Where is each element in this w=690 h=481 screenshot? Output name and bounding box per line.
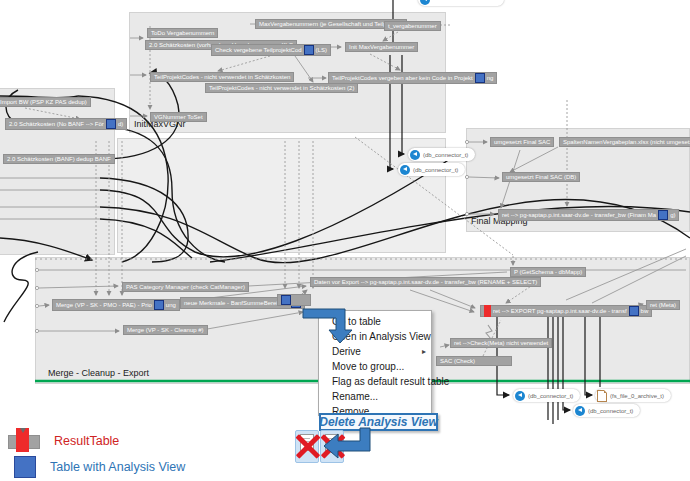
node-teilprojektcodes-2[interactable]: TeilProjektCodes - nicht verwendet in Sc… <box>205 83 358 93</box>
pill-db-connector-4[interactable]: (db_connector_t) <box>573 404 640 417</box>
pill-db-connector-2[interactable]: (db_connector_t) <box>398 163 465 176</box>
pill-db-connector-3[interactable]: (db_connector_t) <box>513 389 580 402</box>
analysis-view-icon[interactable] <box>154 300 164 310</box>
db-connector-icon <box>575 406 585 416</box>
node-teilprojektcodes-1[interactable]: TeilProjektCodes - nicht verwendet in Sc… <box>150 72 294 82</box>
node-selected-table[interactable] <box>277 294 311 306</box>
node-init-maxvergabenummer[interactable]: Init MaxVergabenummer <box>345 42 418 52</box>
node-daten-vor-export[interactable]: Daten vor Export --> pg-saptap.p.int.saa… <box>310 277 541 287</box>
db-connector-icon <box>400 165 410 175</box>
node-merge-vp-sk-pmo-pae[interactable]: Merge (VP - SK - PMO - PAE) - Prioung <box>52 299 180 311</box>
node-ret-transfer-bw[interactable]: ret --> pg-saptap.p.int.saar-dv.de - tra… <box>498 209 679 221</box>
node-ret-check-meta[interactable]: ret -->Check(Meta) nicht verwendet <box>450 338 552 348</box>
analysis-view-icon[interactable] <box>475 73 485 83</box>
legend-result-table: ResultTable <box>8 428 119 454</box>
node-schaetzkosten-no-banf[interactable]: 2.0 Schätzkosten (No BANF --> Förd) <box>5 118 127 130</box>
analysis-view-icon[interactable] <box>304 45 314 55</box>
node-ret-meta[interactable]: ret (Meta) <box>646 300 680 310</box>
diagram-canvas: InitMaxVGNr Final Mapping Merge - Cleanu… <box>0 0 690 481</box>
analysis-view-icon[interactable] <box>281 295 291 305</box>
crossed-out-chart-icon <box>320 430 344 463</box>
analysis-view-icon[interactable] <box>629 306 639 316</box>
node-check-teilprojektcodes[interactable]: Check vergebene TeilprojektCod(LS) <box>211 44 331 56</box>
menu-item-rename[interactable]: Rename... <box>319 389 431 404</box>
node-vgnummer-toset[interactable]: VGNummer ToSet <box>150 112 207 122</box>
node-spaltennamen-vergabeplan[interactable]: SpaltenNamenVergabeplan.xlsx (nicht umge… <box>559 137 690 147</box>
db-connector-icon <box>420 0 430 5</box>
menu-item-move-to-group[interactable]: Move to group... <box>319 359 431 374</box>
node-import-bw[interactable]: Import BW (PSP KZ PAS dedup) <box>0 97 91 107</box>
node-merge-vp-sk-cleanup[interactable]: Merge (VP - SK - Cleanup #) <box>123 325 208 335</box>
node-teilprojektcodes-vergeben[interactable]: TeilProjektCodes vergeben aber kein Code… <box>328 72 497 84</box>
delete-analysis-view-label: Delete Analysis View <box>319 413 438 431</box>
pill-fs-file-archive[interactable]: (fs_file_0_archive_t) <box>595 389 671 402</box>
node-sac-check[interactable]: SAC (Check) <box>436 356 512 366</box>
legend-analysis-view: Table with Analysis View <box>14 456 185 478</box>
node-umgesetzt-final-sac-db[interactable]: umgesetzt Final SAC (DB) <box>502 172 580 182</box>
result-table-icon <box>484 305 491 317</box>
result-table-legend-icon <box>8 428 40 454</box>
submenu-arrow-icon: ▸ <box>422 344 426 359</box>
node-t-vergabenummer[interactable]: t_vergabenummer <box>384 21 441 31</box>
analysis-view-icon[interactable] <box>658 210 668 220</box>
menu-item-go-to-table[interactable]: Go to table <box>319 314 431 329</box>
menu-item-flag-default-result-table[interactable]: Flag as default result table <box>319 374 431 389</box>
crossed-out-filter-icon <box>295 430 319 463</box>
menu-item-open-in-analysis-view[interactable]: Open in Analysis View <box>319 329 431 344</box>
legend-analysis-view-label: Table with Analysis View <box>50 460 185 474</box>
node-pas-category-manager[interactable]: PAS Category Manager (check CatManager) <box>122 282 249 292</box>
db-connector-icon <box>410 150 420 160</box>
context-menu: Go to table Open in Analysis View Derive… <box>318 310 432 416</box>
node-schaetzkosten-banf[interactable]: 2.0 Schätzkosten (BANF) dedup BANF <box>3 154 115 164</box>
node-todo-vergabenummern[interactable]: ToDo Vergabenummern <box>147 28 218 38</box>
file-icon <box>597 390 607 402</box>
group-label-merge-cleanup: Merge - Cleanup - Export <box>48 368 149 378</box>
node-umgesetzt-final-sac[interactable]: umgesetzt Final SAC <box>490 137 554 147</box>
node-ret-export-result-table[interactable]: ret --> EXPORT pg-saptap.p.int.saar-dv.d… <box>480 305 652 317</box>
node-getschema-dbmapp[interactable]: P (GetSchema - dbMapp) <box>510 267 586 277</box>
analysis-view-icon[interactable] <box>106 119 116 129</box>
analysis-view-legend-icon <box>14 456 36 478</box>
pill-db-connector-1[interactable]: (db_connector_t) <box>408 148 475 161</box>
menu-item-derive[interactable]: Derive▸ <box>319 344 431 359</box>
legend-result-table-label: ResultTable <box>54 434 119 448</box>
connector-pill-clipped[interactable] <box>418 0 504 6</box>
db-connector-icon <box>515 391 525 401</box>
